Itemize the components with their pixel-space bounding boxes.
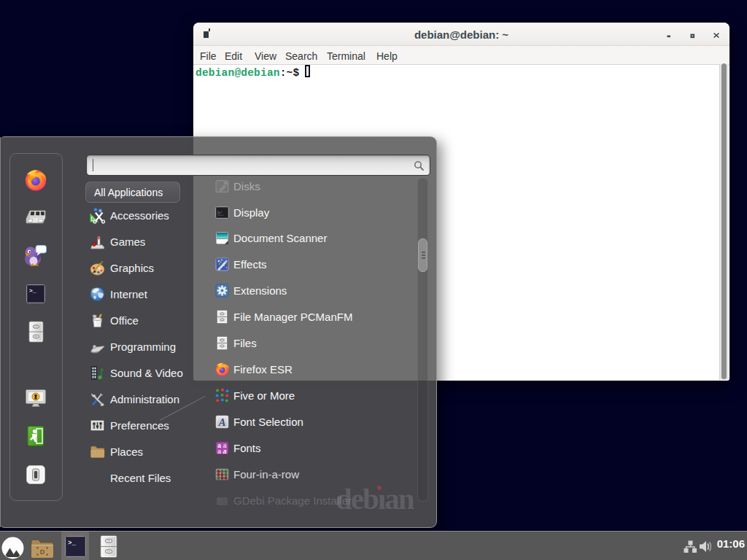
svg-text:>_: >_ [29, 287, 36, 294]
svg-text:>_: >_ [68, 540, 76, 547]
svg-text:a: a [223, 448, 227, 455]
svg-text:D: D [40, 548, 45, 556]
svg-text:a: a [217, 448, 221, 455]
svg-text:A: A [218, 416, 226, 428]
